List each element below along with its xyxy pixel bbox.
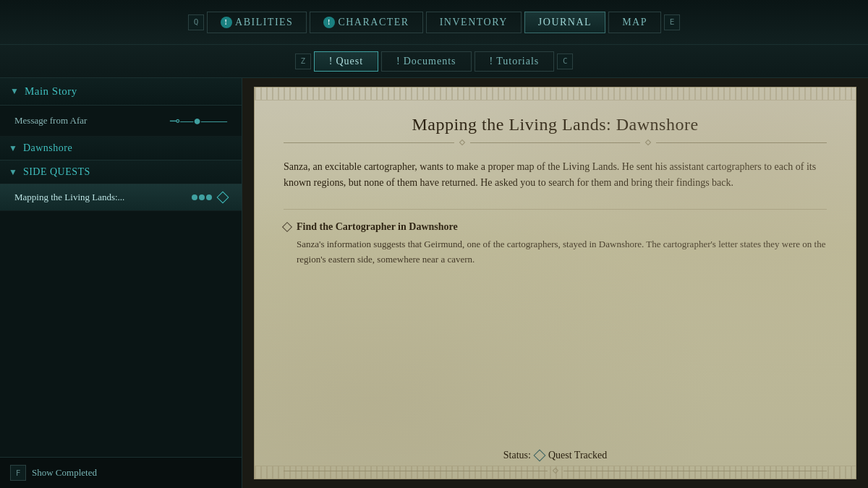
status-label: Status: <box>503 450 531 461</box>
quest-name-mapping: Mapping the Living Lands:... <box>14 192 192 203</box>
track-diamond-icon <box>217 192 229 204</box>
c-keybind: C <box>557 53 573 69</box>
side-quests-section[interactable]: ▼ SIDE QUESTS <box>0 160 242 184</box>
quest-exclaim: ! <box>329 56 333 67</box>
journal-border-top <box>255 87 856 100</box>
status-diamond-icon <box>533 450 545 462</box>
quest-dots <box>192 194 212 200</box>
divider-line-left <box>284 142 454 143</box>
quest-item-message-afar[interactable]: Message from Afar ⊸—●—— <box>0 106 242 137</box>
main-story-chevron: ▼ <box>10 86 19 97</box>
status-value: Quest Tracked <box>548 450 607 461</box>
quest-item-mapping[interactable]: Mapping the Living Lands:... <box>0 184 242 211</box>
quest-objective: Find the Cartographer in Dawnshore Sanza… <box>284 221 827 267</box>
tab-inventory[interactable]: INVENTORY <box>426 12 522 33</box>
dot-3 <box>206 194 212 200</box>
side-quests-chevron: ▼ <box>9 167 17 178</box>
map-label: MAP <box>622 17 647 28</box>
z-keybind: Z <box>295 53 311 69</box>
slider-icon: ⊸—●—— <box>169 113 227 129</box>
journal-label: JOURNAL <box>538 17 592 28</box>
divider-diamond-1 <box>459 140 464 145</box>
main-layout: ▼ Main Story Message from Afar ⊸—●—— ▼ D… <box>0 78 868 488</box>
bottom-bar: F Show Completed <box>0 457 242 488</box>
tab-character[interactable]: ! CHARACTER <box>310 12 422 33</box>
objective-header-text: Find the Cartographer in Dawnshore <box>297 221 458 233</box>
quest-label: Quest <box>336 56 363 67</box>
journal-content: Mapping the Living Lands: Dawnshore Sanz… <box>255 100 856 466</box>
dawnshore-chevron: ▼ <box>9 143 17 154</box>
tab-map[interactable]: MAP <box>608 12 661 33</box>
main-story-title: Main Story <box>25 85 77 98</box>
tab-journal[interactable]: JOURNAL <box>524 12 605 33</box>
e-keybind: E <box>664 14 680 30</box>
q-keybind: Q <box>188 14 204 30</box>
show-completed-label: Show Completed <box>32 467 97 479</box>
journal-separator <box>284 209 827 210</box>
dot-1 <box>192 194 197 200</box>
tab-abilities[interactable]: ! ABILITIES <box>207 12 307 33</box>
journal-border-bottom <box>255 466 856 479</box>
quest-icons-mapping <box>192 193 227 202</box>
main-story-header[interactable]: ▼ Main Story <box>0 78 242 106</box>
side-quests-title: SIDE QUESTS <box>23 166 90 178</box>
objective-header: Find the Cartographer in Dawnshore <box>284 221 827 233</box>
tutorials-exclaim: ! <box>490 56 494 67</box>
abilities-label: ABILITIES <box>235 17 293 28</box>
journal-body-text: Sanza, an excitable cartographer, wants … <box>284 159 827 192</box>
top-nav: Q ! ABILITIES ! CHARACTER INVENTORY JOUR… <box>0 0 868 45</box>
inventory-label: INVENTORY <box>440 17 508 28</box>
character-label: CHARACTER <box>338 17 409 28</box>
journal-page: Mapping the Living Lands: Dawnshore Sanz… <box>254 87 856 479</box>
abilities-exclaim: ! <box>221 17 232 28</box>
documents-label: Documents <box>404 56 456 67</box>
dawnshore-section[interactable]: ▼ Dawnshore <box>0 137 242 160</box>
divider-line-mid <box>470 142 641 143</box>
journal-status: Status: Quest Tracked <box>255 450 856 461</box>
dawnshore-title: Dawnshore <box>23 142 72 154</box>
divider-line-right <box>656 142 827 143</box>
subtab-quest[interactable]: ! Quest <box>314 51 378 72</box>
right-panel: Mapping the Living Lands: Dawnshore Sanz… <box>242 78 868 488</box>
character-exclaim: ! <box>323 17 335 28</box>
journal-title: Mapping the Living Lands: Dawnshore <box>284 115 827 134</box>
dot-2 <box>199 194 205 200</box>
left-panel: ▼ Main Story Message from Afar ⊸—●—— ▼ D… <box>0 78 242 488</box>
subtab-documents[interactable]: ! Documents <box>381 51 471 72</box>
documents-exclaim: ! <box>396 56 401 67</box>
tutorials-label: Tutorials <box>496 56 539 67</box>
subtab-tutorials[interactable]: ! Tutorials <box>475 51 555 72</box>
sub-nav: Z ! Quest ! Documents ! Tutorials C <box>0 45 868 78</box>
divider-diamond-2 <box>645 140 651 145</box>
quest-name-message-afar: Message from Afar <box>14 115 169 127</box>
objective-diamond-icon <box>282 222 292 232</box>
quest-icons: ⊸—●—— <box>169 113 227 129</box>
journal-divider-top <box>284 140 827 145</box>
f-keybind: F <box>10 465 26 481</box>
objective-body-text: Sanza's information suggests that Geirmu… <box>284 237 827 267</box>
